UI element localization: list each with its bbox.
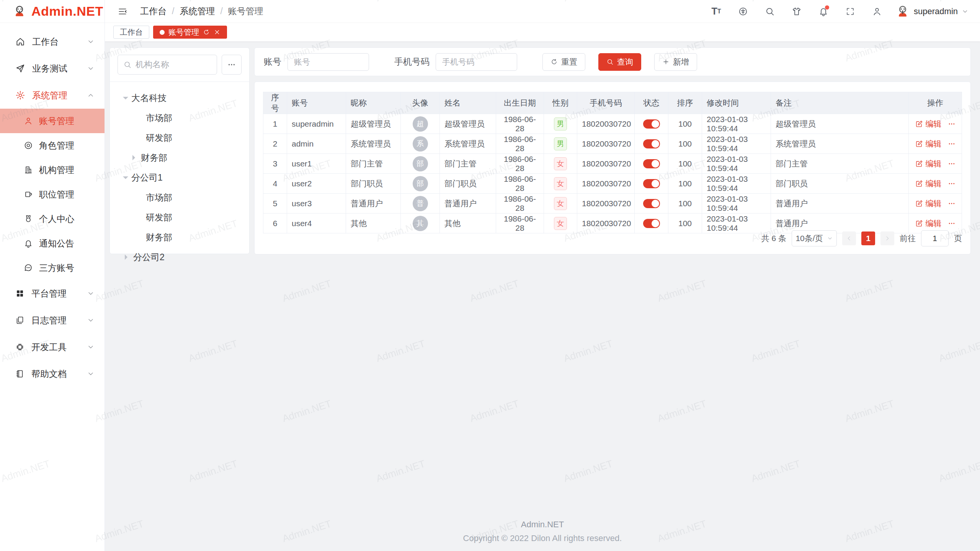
- logo[interactable]: Admin.NET: [0, 0, 105, 23]
- current-page-button[interactable]: 1: [861, 231, 875, 245]
- bell-icon: [24, 239, 33, 248]
- ellipsis-icon: [948, 200, 956, 207]
- col-phone: 手机号码: [577, 92, 635, 114]
- goto-page-input[interactable]: [921, 230, 949, 246]
- tab-account-management[interactable]: 账号管理: [153, 26, 227, 39]
- tree-node[interactable]: 分公司1: [118, 168, 242, 187]
- sidebar-item-platform-management[interactable]: 平台管理: [0, 280, 105, 307]
- refresh-icon[interactable]: [203, 29, 210, 36]
- search-icon: [606, 58, 614, 65]
- status-toggle[interactable]: [643, 119, 660, 129]
- prev-page-button[interactable]: [842, 231, 856, 245]
- sidebar-item-help-docs[interactable]: 帮助文档: [0, 360, 105, 387]
- pagination-total: 共 6 条: [761, 233, 786, 244]
- status-toggle[interactable]: [643, 159, 660, 168]
- more-actions-button[interactable]: [948, 140, 956, 148]
- medal-icon: [24, 214, 33, 223]
- next-page-button[interactable]: [880, 231, 894, 245]
- org-search-input[interactable]: [136, 60, 211, 70]
- caret-down-icon[interactable]: [123, 97, 128, 102]
- reset-button[interactable]: 重置: [542, 53, 585, 71]
- building-icon: [24, 165, 33, 174]
- app-root: Admin.NET 工作台 业务测试 系统管理 账号管理: [0, 0, 980, 551]
- caret-right-icon[interactable]: [125, 254, 130, 260]
- breadcrumb-item-workbench[interactable]: 工作台: [140, 5, 167, 17]
- sidebar-item-log-management[interactable]: 日志管理: [0, 307, 105, 334]
- edit-button[interactable]: 编辑: [915, 218, 942, 229]
- org-more-options-button[interactable]: [222, 55, 242, 75]
- sidebar-item-system-management[interactable]: 系统管理: [0, 82, 105, 109]
- more-actions-button[interactable]: [948, 160, 956, 168]
- tab-workbench[interactable]: 工作台: [113, 26, 149, 39]
- tree-node[interactable]: 市场部: [118, 187, 242, 207]
- language-icon[interactable]: [735, 3, 751, 20]
- chevron-down-icon: [87, 343, 95, 351]
- edit-button[interactable]: 编辑: [915, 158, 942, 169]
- ellipsis-icon: [948, 160, 956, 168]
- breadcrumb-item-system[interactable]: 系统管理: [180, 5, 215, 17]
- sidebar-item-account-management[interactable]: 账号管理: [0, 109, 105, 133]
- sidebar-item-workbench[interactable]: 工作台: [0, 28, 105, 55]
- caret-down-icon[interactable]: [123, 176, 128, 182]
- status-toggle[interactable]: [643, 219, 660, 228]
- edit-button[interactable]: 编辑: [915, 119, 942, 129]
- edit-button[interactable]: 编辑: [915, 198, 942, 209]
- tree-node[interactable]: 研发部: [118, 207, 242, 227]
- account-filter-input[interactable]: [287, 53, 369, 71]
- sidebar-item-position-management[interactable]: 职位管理: [0, 182, 105, 207]
- tree-node[interactable]: 财务部: [118, 148, 242, 168]
- more-actions-button[interactable]: [948, 200, 956, 207]
- user-icon: [24, 116, 33, 126]
- font-size-icon[interactable]: TT: [708, 3, 725, 20]
- sidebar-item-personal-center[interactable]: 个人中心: [0, 207, 105, 231]
- status-toggle[interactable]: [643, 199, 660, 208]
- edit-icon: [915, 220, 923, 227]
- tree-node[interactable]: 大名科技: [118, 88, 242, 108]
- sidebar-item-dev-tools[interactable]: 开发工具: [0, 334, 105, 360]
- logo-text: Admin.NET: [31, 4, 103, 19]
- tree-node[interactable]: 财务部: [118, 227, 242, 247]
- status-toggle[interactable]: [643, 179, 660, 188]
- phone-filter-input[interactable]: [436, 53, 517, 71]
- sidebar-item-third-party-account[interactable]: 三方账号: [0, 256, 105, 280]
- edit-button[interactable]: 编辑: [915, 178, 942, 189]
- chevron-up-icon: [87, 91, 95, 99]
- tab-bar: 工作台 账号管理: [0, 23, 980, 41]
- page-size-select[interactable]: 10条/页: [792, 230, 837, 246]
- close-icon[interactable]: [214, 29, 220, 36]
- chevron-down-icon: [87, 370, 95, 378]
- caret-right-icon[interactable]: [132, 155, 138, 160]
- cpu-icon: [15, 342, 24, 352]
- search-button[interactable]: 查询: [598, 53, 641, 71]
- filter-bar: 账号 手机号码 重置 查询: [254, 47, 971, 76]
- tree-node[interactable]: 分公司2: [118, 247, 242, 267]
- edit-button[interactable]: 编辑: [915, 139, 942, 149]
- search-icon[interactable]: [761, 3, 778, 20]
- mug-icon: [24, 190, 33, 199]
- sidebar-item-business-test[interactable]: 业务测试: [0, 55, 105, 82]
- collapse-menu-icon[interactable]: [114, 3, 131, 20]
- sidebar-item-org-management[interactable]: 机构管理: [0, 158, 105, 182]
- top-header: 工作台 / 系统管理 / 账号管理 TT: [105, 0, 980, 23]
- more-actions-button[interactable]: [948, 120, 956, 128]
- user-menu[interactable]: superadmin: [895, 4, 969, 19]
- sidebar-item-notice[interactable]: 通知公告: [0, 231, 105, 256]
- col-nickname: 昵称: [346, 92, 401, 114]
- status-toggle[interactable]: [643, 139, 660, 148]
- add-button[interactable]: 新增: [654, 53, 697, 71]
- page-unit-label: 页: [954, 233, 962, 244]
- fullscreen-icon[interactable]: [842, 3, 859, 20]
- pagination: 共 6 条 10条/页 1 前往 页: [761, 230, 962, 246]
- profile-icon[interactable]: [869, 3, 885, 20]
- tree-node[interactable]: 研发部: [118, 128, 242, 148]
- notification-icon[interactable]: [815, 3, 832, 20]
- tree-node[interactable]: 市场部: [118, 108, 242, 128]
- breadcrumb-separator: /: [220, 6, 222, 16]
- sidebar-item-role-management[interactable]: 角色管理: [0, 133, 105, 158]
- more-actions-button[interactable]: [948, 180, 956, 187]
- footer-copyright: Copyright © 2022 Dilon All rights reserv…: [105, 533, 980, 543]
- chevron-down-icon: [87, 290, 95, 297]
- theme-icon[interactable]: [788, 3, 805, 20]
- phone-filter-label: 手机号码: [394, 56, 430, 68]
- more-actions-button[interactable]: [948, 220, 956, 227]
